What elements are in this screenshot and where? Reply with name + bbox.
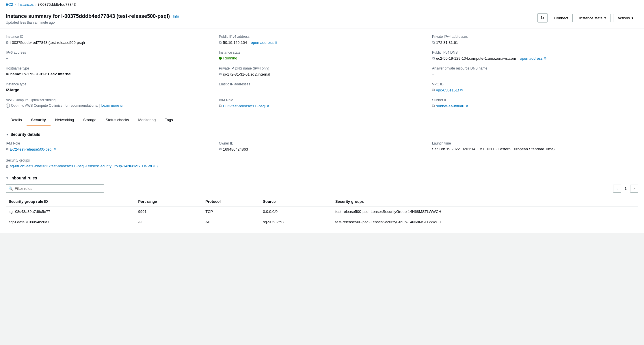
inbound-rules-table: Security group rule ID Port range Protoc…: [6, 197, 638, 227]
copy-sg-icon[interactable]: ⧉: [6, 164, 8, 169]
elastic-ip-label: Elastic IP addresses: [219, 82, 425, 86]
security-iam-role: IAM Role ⧉ EC2-test-release500-psql ⧉: [6, 141, 212, 151]
info-vpc-id: VPC ID ⧉ vpc-658e151f ⧉: [432, 82, 638, 92]
tab-networking[interactable]: Networking: [51, 114, 79, 126]
connect-button[interactable]: Connect: [550, 14, 572, 22]
launch-time-value: Sat Feb 19 2022 16:01:14 GMT+0200 (Easte…: [432, 147, 638, 151]
security-details-header[interactable]: ▼ Security details: [6, 132, 638, 137]
table-row: sgr-08c43a39a7d6c5e77 9991 TCP 0.0.0.0/0…: [6, 206, 638, 217]
tabs-bar: Details Security Networking Storage Stat…: [0, 114, 644, 126]
public-ipv4-label: Public IPv4 address: [219, 35, 425, 39]
vpc-external-icon: ⧉: [460, 88, 463, 92]
copy-private-ipv4-icon[interactable]: ⧉: [432, 40, 435, 45]
learn-more-link[interactable]: Learn more: [101, 104, 119, 108]
inbound-rules-section: ▼ Inbound rules 🔍 ‹ 1 › Security group r…: [6, 176, 638, 227]
filter-bar: 🔍: [6, 184, 104, 193]
info-public-ipv4: Public IPv4 address ⧉ 50.19.129.104 | op…: [219, 35, 425, 45]
copy-owner-icon[interactable]: ⧉: [219, 147, 222, 151]
copy-public-ipv4-icon[interactable]: ⧉: [219, 40, 222, 45]
external-link-icon: ⧉: [275, 41, 277, 44]
iam-role-link[interactable]: EC2-test-release500-psql: [223, 104, 265, 108]
tab-status-checks[interactable]: Status checks: [101, 114, 134, 126]
copy-instance-id-icon[interactable]: ⧉: [6, 40, 8, 45]
owner-id-value: 169480424863: [223, 147, 248, 151]
copy-dns-icon[interactable]: ⧉: [432, 56, 435, 61]
running-dot: [219, 57, 222, 60]
dns-external-icon: ⧉: [544, 57, 546, 60]
info-subnet-id: Subnet ID ⧉ subnet-ea9f80a0 ⧉: [432, 98, 638, 108]
answer-private-value: –: [432, 72, 638, 76]
breadcrumb-ec2[interactable]: EC2: [6, 2, 13, 7]
pagination-next-button[interactable]: ›: [630, 185, 638, 193]
info-private-ipv4: Private IPv4 addresses ⧉ 172.31.31.61: [432, 35, 638, 45]
instance-info-grid: Instance ID ⧉ i-00375dddb4ed77843 (test-…: [0, 29, 644, 114]
separator: |: [99, 104, 100, 108]
cell-rule-id: sgr-0dafe3108054bc6a7: [6, 217, 135, 227]
info-instance-id: Instance ID ⧉ i-00375dddb4ed77843 (test-…: [6, 35, 212, 45]
info-instance-type: Instance type t2.large: [6, 82, 212, 92]
hostname-type-value: IP name: ip-172-31-31-61.ec2.internal: [6, 72, 212, 76]
private-ipv4-label: Private IPv4 addresses: [432, 35, 638, 39]
open-address-link[interactable]: open address: [251, 40, 274, 45]
security-details-title: Security details: [10, 132, 40, 137]
col-protocol: Protocol: [202, 197, 260, 207]
info-link[interactable]: Info: [173, 14, 179, 18]
info-hostname-type: Hostname type IP name: ip-172-31-31-61.e…: [6, 66, 212, 76]
pagination-prev-button[interactable]: ‹: [613, 185, 621, 193]
tab-tags[interactable]: Tags: [160, 114, 177, 126]
instance-state-button[interactable]: Instance state ▼: [575, 14, 611, 22]
security-group-link[interactable]: sg-0f0cb2aef19dae323 (test-release500-ps…: [10, 164, 158, 168]
breadcrumb-instances[interactable]: Instances: [18, 2, 34, 7]
tab-monitoring[interactable]: Monitoring: [134, 114, 161, 126]
copy-iam-icon[interactable]: ⧉: [219, 104, 222, 108]
copy-subnet-icon[interactable]: ⧉: [432, 104, 435, 108]
copy-sec-iam-icon[interactable]: ⧉: [6, 147, 8, 151]
page-title: Instance summary for i-00375dddb4ed77843…: [6, 13, 170, 19]
dns-open-address-link[interactable]: open address: [520, 56, 543, 61]
tab-storage[interactable]: Storage: [79, 114, 101, 126]
dns-separator: |: [518, 56, 518, 61]
copy-vpc-icon[interactable]: ⧉: [432, 88, 435, 92]
security-iam-role-label: IAM Role: [6, 141, 212, 145]
inbound-rules-triangle-icon: ▼: [6, 177, 9, 180]
cell-rule-id: sgr-08c43a39a7d6c5e77: [6, 206, 135, 217]
subnet-id-link[interactable]: subnet-ea9f80a0: [436, 104, 464, 108]
info-ipv6: IPv6 address –: [6, 50, 212, 61]
pagination-page-number: 1: [622, 186, 629, 191]
info-circle-icon: i: [6, 104, 10, 108]
cell-source: sg-90582fc8: [260, 217, 332, 227]
info-iam-role-summary: IAM Role ⧉ EC2-test-release500-psql ⧉: [219, 98, 425, 108]
aws-optimizer-text: Opt-in to AWS Compute Optimizer for reco…: [11, 104, 98, 108]
instance-state-chevron-icon: ▼: [604, 16, 607, 20]
launch-time-label: Launch time: [432, 141, 638, 145]
refresh-button[interactable]: ↻: [537, 13, 548, 22]
cell-protocol: All: [202, 217, 260, 227]
actions-button[interactable]: Actions ▼: [613, 14, 638, 22]
info-answer-private: Answer private resource DNS name –: [432, 66, 638, 76]
page-header: Instance summary for i-00375dddb4ed77843…: [0, 9, 644, 29]
security-details-triangle-icon: ▼: [6, 133, 9, 136]
vpc-id-link[interactable]: vpc-658e151f: [436, 88, 459, 92]
filter-rules-input[interactable]: [6, 184, 104, 193]
inbound-rules-title: Inbound rules: [10, 176, 37, 180]
public-ipv4-dns-value: ec2-50-19-129-104.compute-1.amazonaws.co…: [436, 56, 516, 61]
iam-external-icon: ⧉: [267, 104, 269, 108]
info-public-ipv4-dns: Public IPv4 DNS ⧉ ec2-50-19-129-104.comp…: [432, 50, 638, 61]
breadcrumb: EC2 › Instances › i-00375dddb4ed77843: [0, 0, 644, 9]
breadcrumb-current: i-00375dddb4ed77843: [38, 2, 76, 7]
copy-private-dns-icon[interactable]: ⧉: [219, 72, 222, 76]
instance-state-display-value: Running: [223, 56, 237, 60]
iam-role-summary-label: IAM Role: [219, 98, 425, 102]
table-row: sgr-0dafe3108054bc6a7 All All sg-90582fc…: [6, 217, 638, 227]
security-groups-section: Security groups ⧉ sg-0f0cb2aef19dae323 (…: [6, 158, 638, 169]
inbound-rules-header[interactable]: ▼ Inbound rules: [6, 176, 638, 180]
tab-security[interactable]: Security: [27, 114, 51, 126]
security-owner-id: Owner ID ⧉ 169480424863: [219, 141, 425, 151]
col-port-range: Port range: [135, 197, 203, 207]
subnet-external-icon: ⧉: [466, 104, 468, 108]
subnet-id-label: Subnet ID: [432, 98, 638, 102]
page-subtitle: Updated less than a minute ago: [6, 20, 179, 25]
tab-details[interactable]: Details: [6, 114, 27, 126]
security-iam-role-link[interactable]: EC2-test-release500-psql: [10, 147, 52, 151]
cell-security-groups: test-release500-psql-LensesSecurityGroup…: [332, 206, 638, 217]
